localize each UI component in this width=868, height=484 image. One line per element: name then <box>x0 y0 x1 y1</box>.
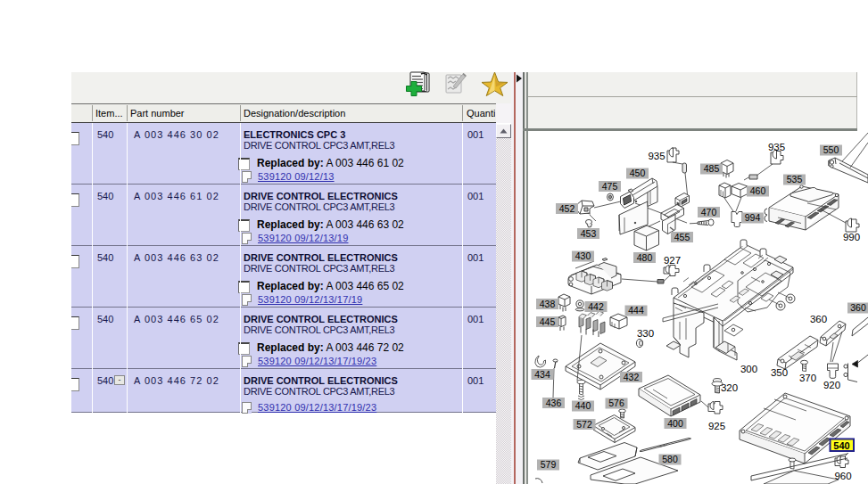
svg-text:535: 535 <box>787 174 803 185</box>
svg-text:432: 432 <box>624 372 640 382</box>
svg-text:475: 475 <box>602 181 618 192</box>
svg-text:442: 442 <box>588 301 604 312</box>
svg-text:450: 450 <box>630 168 646 178</box>
svg-text:994: 994 <box>745 212 761 223</box>
svg-text:480: 480 <box>637 252 653 263</box>
svg-text:960: 960 <box>834 471 851 481</box>
svg-text:579: 579 <box>541 459 557 470</box>
svg-text:430: 430 <box>575 250 591 261</box>
svg-text:440: 440 <box>575 400 591 411</box>
svg-text:434: 434 <box>534 369 550 380</box>
svg-text:990: 990 <box>843 232 860 242</box>
svg-text:580: 580 <box>662 454 678 464</box>
svg-text:920: 920 <box>823 380 840 390</box>
svg-text:935: 935 <box>648 151 665 161</box>
svg-text:455: 455 <box>674 232 690 242</box>
svg-text:300: 300 <box>740 364 757 374</box>
svg-text:470: 470 <box>701 207 717 217</box>
svg-text:360: 360 <box>810 314 827 324</box>
svg-text:360: 360 <box>850 302 866 313</box>
svg-text:320: 320 <box>721 382 738 393</box>
svg-text:400: 400 <box>667 418 683 429</box>
svg-text:540: 540 <box>833 440 849 451</box>
svg-text:445: 445 <box>540 316 556 327</box>
svg-text:925: 925 <box>708 421 725 431</box>
svg-text:550: 550 <box>823 144 839 155</box>
svg-text:576: 576 <box>608 398 624 408</box>
svg-text:572: 572 <box>576 419 592 430</box>
svg-text:444: 444 <box>628 305 644 316</box>
svg-text:453: 453 <box>581 228 597 239</box>
svg-text:927: 927 <box>664 255 681 266</box>
svg-text:330: 330 <box>637 328 654 339</box>
svg-text:370: 370 <box>799 373 816 383</box>
svg-text:935: 935 <box>768 142 785 152</box>
svg-text:436: 436 <box>546 398 562 408</box>
svg-text:438: 438 <box>540 299 556 309</box>
svg-text:350: 350 <box>771 367 788 378</box>
svg-text:452: 452 <box>559 203 575 214</box>
svg-text:460: 460 <box>750 185 766 196</box>
svg-text:485: 485 <box>704 163 720 174</box>
